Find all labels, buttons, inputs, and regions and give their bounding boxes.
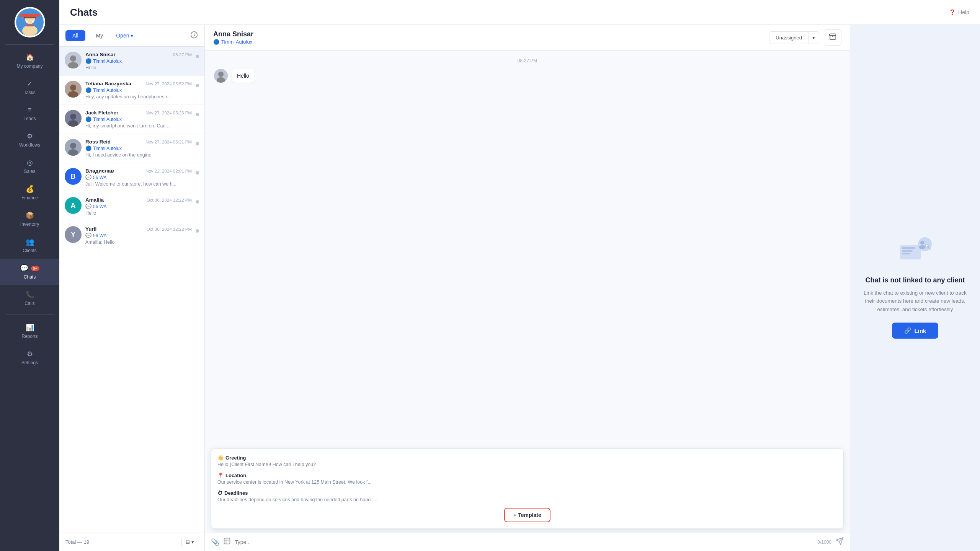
chat-item[interactable]: Tetiana Baczynska Nov 27, 2024 05:52 PM … [59,76,204,105]
content-row: All My Open ▾ Anna [59,25,980,551]
attach-button[interactable]: 📎 [211,538,219,546]
sidebar: 🏠 My company ✓ Tasks ≡ Leads ⚙ Workflows… [0,0,59,551]
location-icon: 📍 [217,473,224,478]
avatar: Y [65,226,82,243]
send-button[interactable] [835,537,844,547]
whatsapp-icon: 💬 [85,174,91,180]
chat-item[interactable]: Jack Fletcher Nov 27, 2024 05:26 PM 🔵 Ti… [59,105,204,134]
chat-item[interactable]: Anna Snisar 08:27 PM 🔵 Timmi Autolux Hel… [59,47,204,76]
template-location: 📍 Location Our service center is located… [217,473,837,485]
svg-rect-30 [900,245,921,259]
svg-rect-6 [26,25,34,26]
svg-rect-7 [20,14,40,17]
svg-point-13 [70,85,76,91]
template-btn-row: + Template [217,508,837,522]
filter-button[interactable]: ⊟ ▾ [181,537,198,547]
chat-header-info: Anna Snisar 🔵 Timmi Autolux [213,30,764,45]
clients-icon: 👥 [26,238,34,246]
chat-info: Yurii Oct 30, 2024 12:22 PM 💬 56 WA Amal… [85,226,192,245]
whatsapp-icon: 💬 [85,204,91,209]
sidebar-item-my-company[interactable]: 🏠 My company [0,48,59,74]
notification-icon[interactable] [190,31,198,41]
svg-rect-33 [902,253,910,254]
template-icon-button[interactable] [223,537,231,547]
sidebar-item-label: My company [16,64,42,69]
help-icon: ❓ [949,9,956,15]
open-dropdown[interactable]: Open ▾ [116,33,133,39]
message-row: Hello [214,69,841,83]
avatar [65,81,82,98]
sidebar-item-clients[interactable]: 👥 Clients [0,232,59,259]
main-area: Chats ❓ Help All My Open ▾ [59,0,980,551]
chevron-down-icon[interactable]: ▾ [808,32,819,44]
sidebar-item-inventory[interactable]: 📦 Inventory [0,206,59,232]
chats-icon: 💬 9+ [20,264,39,272]
messenger-icon: 🔵 [85,58,91,64]
avatar [65,139,82,156]
user-avatar[interactable] [15,7,45,37]
tasks-icon: ✓ [27,80,33,88]
page-header: Chats ❓ Help [59,0,980,25]
template-greeting: 👋 Greeting Hello {Client First Name}! Ho… [217,455,837,467]
chat-list: Anna Snisar 08:27 PM 🔵 Timmi Autolux Hel… [59,47,204,533]
panel-title: Chat is not linked to any client [865,276,965,284]
avatar [65,52,82,68]
sidebar-divider [6,44,54,45]
home-icon: 🏠 [26,53,34,62]
chat-main: Anna Snisar 🔵 Timmi Autolux Unassigned ▾… [205,25,850,551]
sidebar-item-calls[interactable]: 📞 Calls [0,285,59,311]
archive-button[interactable] [824,29,841,46]
total-count: Total — 19 [65,539,89,545]
avatar [214,69,228,83]
chat-item[interactable]: B Владислав Nov 22, 2024 02:01 PM 💬 56 W… [59,163,204,192]
status-dot [196,142,199,145]
panel-illustration [896,237,934,269]
chat-contact-name: Anna Snisar [213,30,764,38]
messenger-icon: 🔵 [85,87,91,93]
messenger-icon: 🔵 [85,116,91,122]
tab-my[interactable]: My [89,30,110,41]
chat-item[interactable]: A Amaliia Oct 30, 2024 12:22 PM 💬 56 WA … [59,192,204,221]
calls-icon: 📞 [26,290,34,299]
right-panel: Chat is not linked to any client Link th… [850,25,980,551]
sidebar-item-chats[interactable]: 💬 9+ Chats [0,259,59,285]
sidebar-item-leads[interactable]: ≡ Leads [0,101,59,127]
svg-point-35 [920,241,924,245]
leads-icon: ≡ [28,106,32,114]
svg-point-23 [218,72,224,77]
chats-badge: 9+ [31,266,39,271]
messenger-icon: 🔵 [213,39,219,45]
svg-point-10 [70,55,76,62]
chat-list-toolbar: All My Open ▾ [59,25,204,47]
link-button[interactable]: 🔗 Link [892,323,939,339]
sidebar-item-settings[interactable]: ⚙ Settings [0,344,59,371]
template-button[interactable]: + Template [504,508,550,522]
svg-point-36 [919,245,925,249]
svg-point-4 [26,21,28,23]
assign-button[interactable]: Unassigned ▾ [769,31,819,44]
sidebar-item-workflows[interactable]: ⚙ Workflows [0,127,59,153]
status-dot [196,229,199,233]
sidebar-item-reports[interactable]: 📊 Reports [0,318,59,344]
sidebar-item-finance[interactable]: 💰 Finance [0,179,59,206]
chat-info: Jack Fletcher Nov 27, 2024 05:26 PM 🔵 Ti… [85,110,192,129]
whatsapp-icon: 💬 [85,233,91,238]
chat-info: Anna Snisar 08:27 PM 🔵 Timmi Autolux Hel… [85,52,192,70]
help-button[interactable]: ❓ Help [949,9,969,15]
tab-all[interactable]: All [65,30,85,41]
chat-input[interactable] [235,539,813,545]
status-dot [196,171,199,174]
svg-point-16 [70,114,76,120]
chat-input-bar: 📎 0/1000 [205,533,850,551]
chat-item[interactable]: Y Yurii Oct 30, 2024 12:22 PM 💬 56 WA Am… [59,221,204,250]
chat-item[interactable]: Ross Reid Nov 27, 2024 05:21 PM 🔵 Timmi … [59,134,204,163]
avatar: A [65,197,82,214]
settings-icon: ⚙ [27,350,33,358]
sidebar-item-sales[interactable]: ◎ Sales [0,153,59,179]
svg-rect-21 [830,34,836,36]
deadlines-icon: ⏱ [217,490,222,496]
chat-info: Ross Reid Nov 27, 2024 05:21 PM 🔵 Timmi … [85,139,192,158]
sidebar-item-tasks[interactable]: ✓ Tasks [0,74,59,101]
chat-info: Tetiana Baczynska Nov 27, 2024 05:52 PM … [85,81,192,99]
message-bubble: Hello [232,69,255,83]
